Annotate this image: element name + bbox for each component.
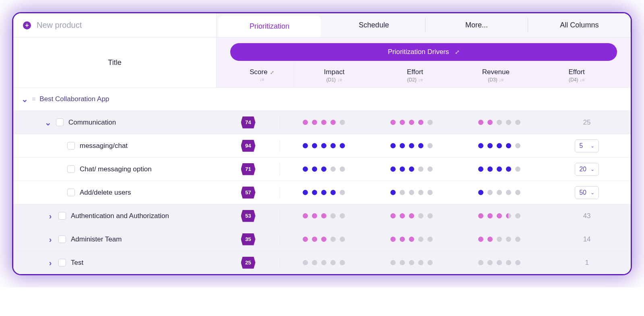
score-badge[interactable]: 35 [241,233,256,245]
revenue-header[interactable]: Revenue (D3) ↓≡ [456,64,537,87]
new-product-label: New product [37,21,82,30]
d4-select[interactable]: 5⌄ [575,139,599,152]
revenue-dots[interactable] [456,139,543,152]
row-checkbox[interactable] [67,165,75,173]
effort-dots[interactable] [368,212,456,220]
prioritization-drivers-button[interactable]: Prioritization Drivers ⤢ [230,43,617,61]
row-checkbox[interactable] [58,212,66,220]
effort-dots[interactable] [368,163,456,176]
d4-value: 25 [583,118,591,127]
impact-dots[interactable] [280,212,368,220]
revenue-dots[interactable] [456,118,543,127]
effort-d4-header[interactable]: Effort (D4) ↓≡ [536,64,617,87]
row-title[interactable]: Add/delete users [80,189,131,197]
row-title[interactable]: Authentication and Authorization [71,212,169,220]
score-header[interactable]: Score⤢ ↓≡ [230,64,294,87]
score-badge[interactable]: 74 [241,116,256,129]
row-checkbox[interactable] [58,235,66,243]
tab-divider [630,18,631,32]
list-icon: ≡ [32,96,35,103]
effort-dots[interactable] [368,259,456,267]
table-row: Authentication and Authorization 53 43 [13,204,631,227]
d4-value: 1 [585,259,588,267]
row-title[interactable]: Communication [68,118,116,127]
expand-icon: ⤢ [270,70,274,75]
tab-all-columns[interactable]: All Columns [528,13,631,37]
impact-dots[interactable] [280,163,368,176]
revenue-dots[interactable] [456,259,543,267]
score-badge[interactable]: 53 [241,210,256,222]
table-row: Administer Team 35 14 [13,227,631,251]
effort-dots[interactable] [368,186,456,199]
sort-icon: ↓≡ [260,77,264,82]
effort-dots[interactable] [368,139,456,152]
impact-dots[interactable] [280,259,368,267]
chevron-right-icon[interactable] [47,259,54,267]
table-row: Communication 74 25 [13,110,631,134]
tab-schedule[interactable]: Schedule [322,13,425,37]
view-tabs: Prioritization Schedule More... All Colu… [217,13,631,37]
chevron-down-icon: ⌄ [590,190,594,195]
plus-circle-icon: + [23,21,31,29]
driver-column-headers: Score⤢ ↓≡ Impact (D1) ↓≡ Effort (D2) ↓≡ … [230,64,617,87]
row-title[interactable]: messaging/chat [80,142,128,150]
effort-header[interactable]: Effort (D2) ↓≡ [375,64,456,87]
group-row[interactable]: ≡ Best Collaboration App [13,87,631,110]
tab-prioritization[interactable]: Prioritization [218,16,321,37]
chevron-down-icon[interactable] [21,98,28,101]
effort-dots[interactable] [368,235,456,243]
revenue-dots[interactable] [456,186,543,199]
table-row: Test 25 1 [13,251,631,274]
impact-header[interactable]: Impact (D1) ↓≡ [294,64,375,87]
row-checkbox[interactable] [58,259,66,266]
chevron-right-icon[interactable] [47,212,54,220]
title-column-header[interactable]: Title [13,37,217,87]
expand-icon: ⤢ [455,49,460,55]
score-badge[interactable]: 71 [241,163,256,175]
impact-dots[interactable] [280,118,368,127]
table-row: Add/delete users 57 50⌄ [13,181,631,204]
row-checkbox[interactable] [67,189,75,196]
sort-icon: ↓≡ [499,77,504,82]
impact-dots[interactable] [280,235,368,243]
chevron-down-icon: ⌄ [590,143,594,149]
top-bar: + New product Prioritization Schedule Mo… [13,13,631,37]
revenue-dots[interactable] [456,235,543,243]
row-title[interactable]: Administer Team [71,235,122,243]
score-badge[interactable]: 57 [241,187,256,199]
chevron-down-icon[interactable] [45,121,51,124]
sort-icon: ↓≡ [337,77,342,82]
group-title: Best Collaboration App [39,95,109,103]
column-headers: Title Prioritization Drivers ⤢ Score⤢ ↓≡… [13,37,631,87]
table-row: Chat/ messaging option 71 20⌄ [13,157,631,181]
d4-select[interactable]: 20⌄ [575,163,599,176]
row-checkbox[interactable] [56,118,64,126]
sort-icon: ↓≡ [580,77,584,82]
row-checkbox[interactable] [67,142,75,150]
chevron-down-icon: ⌄ [590,166,594,172]
tab-more[interactable]: More... [425,13,528,37]
row-title[interactable]: Test [71,259,83,267]
d4-value: 43 [583,212,591,220]
revenue-dots[interactable] [456,163,543,176]
d4-value: 14 [583,235,591,243]
table-row: messaging/chat 94 5⌄ [13,134,631,157]
app-frame: + New product Prioritization Schedule Mo… [12,12,632,275]
impact-dots[interactable] [280,139,368,152]
drivers-panel: Prioritization Drivers ⤢ Score⤢ ↓≡ Impac… [217,37,631,87]
revenue-dots[interactable] [456,212,543,220]
new-product-button[interactable]: + New product [13,13,217,37]
effort-dots[interactable] [368,118,456,127]
score-badge[interactable]: 94 [241,140,256,152]
score-badge[interactable]: 25 [241,257,256,269]
sort-icon: ↓≡ [418,77,423,82]
d4-select[interactable]: 50⌄ [575,186,599,199]
row-title[interactable]: Chat/ messaging option [80,165,152,173]
impact-dots[interactable] [280,186,368,199]
chevron-right-icon[interactable] [47,235,54,243]
